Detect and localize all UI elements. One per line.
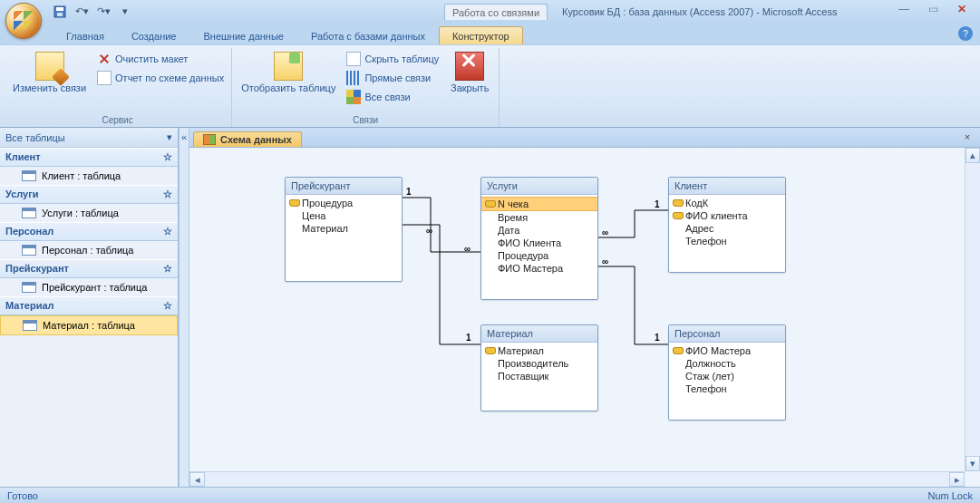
qat-customize-icon[interactable]: ▾ [115,2,135,22]
field[interactable]: Поставщик [481,370,597,382]
scroll-up-button[interactable]: ▴ [965,148,980,163]
svg-rect-1 [56,7,63,11]
show-table-label: Отобразить таблицу [241,82,335,93]
field[interactable]: Время [481,211,597,224]
svg-text:1: 1 [655,199,660,209]
svg-text:1: 1 [466,333,471,343]
document-area: Схема данных × 1∞∞1∞1∞1 ПрейскурантПроце… [189,128,980,487]
svg-text:∞: ∞ [602,227,608,237]
field[interactable]: Телефон [669,382,785,395]
nav-item[interactable]: Прейскурант : таблица [0,278,178,296]
nav-item[interactable]: Материал : таблица [0,315,178,335]
nav-header-label: Все таблицы [5,132,65,143]
nav-item[interactable]: Клиент : таблица [0,167,178,185]
tab-external-data[interactable]: Внешние данные [190,26,297,44]
edit-relationships-icon [35,52,64,81]
field[interactable]: ФИО Клиента [481,237,597,249]
hide-table-label: Скрыть таблицу [364,53,439,64]
title-bar: ↶▾ ↷▾ ▾ Работа со связями Курсовик БД : … [0,0,980,23]
contextual-tab-label: Работа со связями [444,4,548,20]
field[interactable]: Материал [286,222,402,235]
field[interactable]: ФИО Мастера [669,344,785,357]
document-close-button[interactable]: × [960,131,975,145]
direct-relationships-button[interactable]: Прямые связи [344,69,441,87]
clear-layout-label: Очистить макет [115,53,188,64]
horizontal-scrollbar[interactable]: ◂ ▸ [189,471,965,487]
nav-group-header[interactable]: Материал☆ [0,296,178,315]
field[interactable]: Процедура [481,249,597,262]
relationships-icon [203,134,216,145]
table-preiskurant[interactable]: ПрейскурантПроцедураЦенаМатериал [285,177,403,282]
nav-group-header[interactable]: Персонал☆ [0,222,178,241]
vertical-scrollbar[interactable]: ▴ ▾ [965,148,980,471]
field[interactable]: N чека [481,197,597,211]
table-uslugi[interactable]: УслугиN чекаВремяДатаФИО КлиентаПроцедур… [480,177,598,300]
close-button[interactable]: Закрыть [446,50,493,106]
all-relationships-button[interactable]: Все связи [344,88,441,106]
tab-create[interactable]: Создание [118,26,190,44]
edit-relationships-button[interactable]: Изменить связи [9,50,90,95]
nav-item[interactable]: Персонал : таблица [0,241,178,259]
field[interactable]: Производитель [481,357,597,370]
qat-redo-icon[interactable]: ↷▾ [93,2,113,22]
relationship-report-label: Отчет по схеме данных [115,73,224,83]
table-personal[interactable]: ПерсоналФИО МастераДолжностьСтаж (лет)Те… [668,324,786,421]
maximize-button[interactable]: ▭ [920,2,946,16]
status-right: Num Lock [927,490,973,501]
qat-undo-icon[interactable]: ↶▾ [72,2,92,22]
document-tab-bar: Схема данных × [189,128,980,148]
table-icon [23,320,37,331]
document-tab-label: Схема данных [220,134,292,145]
svg-text:∞: ∞ [602,256,608,266]
document-tab[interactable]: Схема данных [193,131,302,147]
scroll-down-button[interactable]: ▾ [965,456,980,471]
hide-table-button[interactable]: Скрыть таблицу [344,50,441,68]
field[interactable]: КодК [669,197,785,209]
field[interactable]: Дата [481,224,597,237]
clear-layout-button[interactable]: Очистить макет [95,50,226,68]
nav-collapse-button[interactable]: « [179,128,189,487]
qat-save-icon[interactable] [50,2,70,22]
table-header[interactable]: Клиент [669,178,785,195]
show-table-button[interactable]: Отобразить таблицу [238,50,339,106]
help-button[interactable]: ? [958,26,973,41]
relationships-canvas[interactable]: 1∞∞1∞1∞1 ПрейскурантПроцедураЦенаМатериа… [189,148,980,487]
window-close-button[interactable]: ✕ [949,2,975,16]
table-header[interactable]: Материал [481,325,597,343]
tab-database-tools[interactable]: Работа с базами данных [297,26,439,44]
table-icon [22,245,36,256]
minimize-button[interactable]: — [891,2,917,16]
scroll-right-button[interactable]: ▸ [949,472,965,487]
field[interactable]: Должность [669,357,785,370]
nav-item[interactable]: Услуги : таблица [0,204,178,222]
relationship-report-button[interactable]: Отчет по схеме данных [95,69,226,87]
field[interactable]: Процедура [286,197,402,209]
table-header[interactable]: Прейскурант [286,178,402,195]
svg-text:∞: ∞ [464,244,471,254]
tab-home[interactable]: Главная [53,26,118,44]
field[interactable]: ФИО клиента [669,209,785,222]
field[interactable]: Адрес [669,222,785,235]
table-klient[interactable]: КлиентКодКФИО клиентаАдресТелефон [668,177,786,273]
office-button[interactable] [5,3,42,39]
navigation-pane: Все таблицы ▾ Клиент☆Клиент : таблицаУсл… [0,128,179,487]
table-icon [22,282,36,293]
scroll-left-button[interactable]: ◂ [189,472,205,487]
svg-text:1: 1 [406,187,412,197]
status-left: Готово [7,490,38,501]
table-header[interactable]: Персонал [669,325,785,343]
direct-rel-icon [346,71,361,85]
nav-header[interactable]: Все таблицы ▾ [0,128,178,148]
nav-group-header[interactable]: Прейскурант☆ [0,259,178,278]
field[interactable]: Телефон [669,235,785,247]
field[interactable]: ФИО Мастера [481,262,597,275]
field[interactable]: Материал [481,344,597,357]
table-material[interactable]: МатериалМатериалПроизводительПоставщик [480,324,598,411]
field[interactable]: Стаж (лет) [669,370,785,382]
nav-group-header[interactable]: Клиент☆ [0,148,178,167]
nav-group-header[interactable]: Услуги☆ [0,185,178,204]
field[interactable]: Цена [286,209,402,222]
tab-design[interactable]: Конструктор [439,26,523,44]
nav-dropdown-icon[interactable]: ▾ [167,131,172,143]
table-header[interactable]: Услуги [481,178,597,195]
